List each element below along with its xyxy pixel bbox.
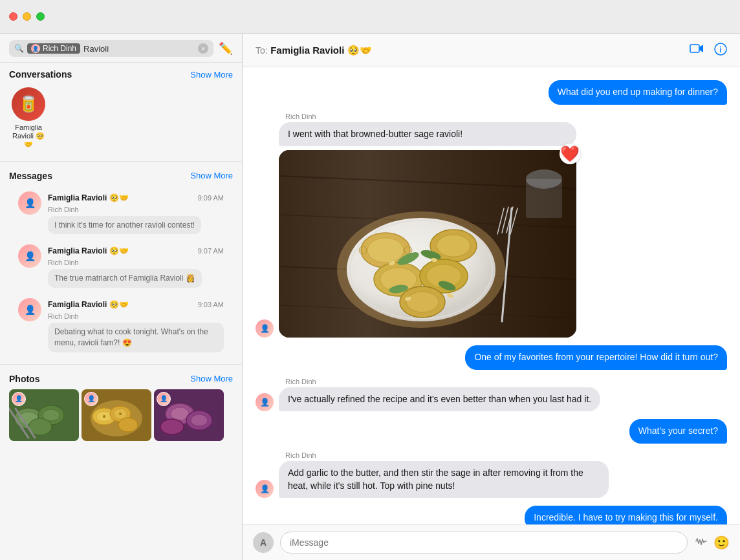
main-layout: 🔍 👤 Rich Dinh Ravioli × ✏️ Conversations… xyxy=(0,34,740,560)
bubble-content-7: Incredible. I have to try making this fo… xyxy=(525,506,727,524)
title-bar xyxy=(0,0,740,34)
reaction-heart: ❤️ xyxy=(560,144,580,164)
svg-point-44 xyxy=(437,235,470,257)
bubble-row-7: Incredible. I have to try making this fo… xyxy=(256,506,727,524)
search-text: Ravioli xyxy=(83,44,109,54)
message-item-2[interactable]: 👤 Famiglia Ravioli 🥺🤝 Rich Dinh 9:07 AM … xyxy=(9,239,233,293)
msg-from-group-2: Famiglia Ravioli 🥺🤝 Rich Dinh xyxy=(48,244,129,268)
emoji-icon[interactable]: 🙂 xyxy=(713,535,730,550)
msg-body-2: Famiglia Ravioli 🥺🤝 Rich Dinh 9:07 AM Th… xyxy=(48,244,224,288)
photo-avatar-overlay-2: 👤 xyxy=(84,392,98,406)
svg-point-14 xyxy=(118,418,138,432)
bubble-1: What did you end up making for dinner? xyxy=(549,80,727,105)
svg-rect-35 xyxy=(526,179,562,218)
bubble-content-1: What did you end up making for dinner? xyxy=(549,80,727,105)
bubble-content-4: Rich Dinh I've actually refined the reci… xyxy=(279,378,600,412)
bubble-3: One of my favorites from your repertoire… xyxy=(465,345,727,370)
msg-time-2: 9:07 AM xyxy=(198,247,224,255)
search-clear-button[interactable]: × xyxy=(198,43,208,54)
photos-show-more[interactable]: Show More xyxy=(190,374,233,383)
to-label: To: xyxy=(256,45,268,56)
bubble-row-6: 👤 Rich Dinh Add garlic to the butter, an… xyxy=(256,451,727,498)
compose-icon[interactable]: ✏️ xyxy=(219,41,233,56)
bubble-row-1: What did you end up making for dinner? xyxy=(256,80,727,105)
bubble-6: Add garlic to the butter, and then stir … xyxy=(279,461,609,498)
info-icon[interactable] xyxy=(714,43,727,58)
msg-from-3: Famiglia Ravioli 🥺🤝 xyxy=(48,300,129,309)
bubble-2: I went with that browned-butter sage rav… xyxy=(279,122,576,147)
conv-name-famiglia: FamigliaRavioli 🥺🤝 xyxy=(9,124,48,149)
photos-grid: 👤 xyxy=(9,389,233,441)
msg-time-3: 9:03 AM xyxy=(198,301,224,308)
msg-preview-2: The true matriarch of Famiglia Ravioli 👸 xyxy=(48,269,202,288)
svg-point-25 xyxy=(720,46,721,47)
chat-header-title-group: To: Famiglia Ravioli 🥺🤝 xyxy=(256,45,372,56)
conversations-section-title: Conversations xyxy=(9,69,72,80)
sidebar-header: 🔍 👤 Rich Dinh Ravioli × ✏️ xyxy=(0,34,242,63)
chat-title: Famiglia Ravioli 🥺🤝 xyxy=(270,45,371,56)
search-bar[interactable]: 🔍 👤 Rich Dinh Ravioli × xyxy=(9,40,213,57)
ravioli-image[interactable] xyxy=(279,150,576,338)
conversations-show-more[interactable]: Show More xyxy=(190,70,233,80)
message-input[interactable] xyxy=(280,532,688,554)
traffic-lights xyxy=(9,12,45,21)
bubble-avatar-2: 👤 xyxy=(256,319,274,338)
conversations-section: Conversations Show More 🥫 FamigliaRaviol… xyxy=(0,63,242,158)
search-icon: 🔍 xyxy=(14,44,24,53)
audio-icon[interactable] xyxy=(694,534,708,552)
svg-point-22 xyxy=(160,419,184,435)
minimize-button[interactable] xyxy=(23,12,31,21)
bubble-4: I've actually refined the recipe and it'… xyxy=(279,387,600,412)
msg-from-1: Famiglia Ravioli 🥺🤝 xyxy=(48,193,129,202)
msg-sender-3: Rich Dinh xyxy=(48,312,79,320)
chat-area: To: Famiglia Ravioli 🥺🤝 xyxy=(243,34,740,560)
message-item-1[interactable]: 👤 Famiglia Ravioli 🥺🤝 Rich Dinh 9:09 AM … xyxy=(9,186,233,240)
bubble-5: What's your secret? xyxy=(629,419,727,444)
photo-thumb-3[interactable]: 👤 xyxy=(154,389,224,441)
close-button[interactable] xyxy=(9,12,17,21)
apps-icon-label: A xyxy=(260,537,267,548)
photos-section: Photos Show More xyxy=(0,367,242,445)
search-tag-name: Rich Dinh xyxy=(43,44,76,53)
messages-section-title: Messages xyxy=(9,171,52,181)
video-icon[interactable] xyxy=(690,43,704,58)
bubble-avatar-4: 👤 xyxy=(256,393,274,411)
bubble-row-4: 👤 Rich Dinh I've actually refined the re… xyxy=(256,378,727,412)
bubble-sender-4: Rich Dinh xyxy=(285,378,600,385)
bubble-row-5: What's your secret? xyxy=(256,419,727,444)
msg-sender-1: Rich Dinh xyxy=(48,206,79,213)
maximize-button[interactable] xyxy=(36,12,45,21)
msg-avatar-2: 👤 xyxy=(18,244,41,268)
bubble-content-5: What's your secret? xyxy=(629,419,727,444)
photo-thumb-2[interactable]: 👤 xyxy=(82,389,151,441)
msg-header-3: Famiglia Ravioli 🥺🤝 Rich Dinh 9:03 AM xyxy=(48,298,224,321)
apps-icon[interactable]: A xyxy=(253,532,274,553)
conversation-item-famiglia[interactable]: 🥫 FamigliaRavioli 🥺🤝 xyxy=(9,87,48,149)
bubble-row-2: 👤 Rich Dinh I went with that browned-but… xyxy=(256,113,727,338)
conv-avatar-img: 🥫 xyxy=(12,87,45,121)
msg-from-2: Famiglia Ravioli 🥺🤝 xyxy=(48,246,129,255)
messages-show-more[interactable]: Show More xyxy=(190,171,233,180)
chat-header-icons xyxy=(690,43,727,58)
msg-avatar-1: 👤 xyxy=(18,191,41,215)
photos-section-title: Photos xyxy=(9,374,39,384)
msg-header-1: Famiglia Ravioli 🥺🤝 Rich Dinh 9:09 AM xyxy=(48,191,224,215)
sidebar-content: Conversations Show More 🥫 FamigliaRaviol… xyxy=(0,63,242,560)
bubble-sender-2: Rich Dinh xyxy=(285,113,576,120)
message-item-3[interactable]: 👤 Famiglia Ravioli 🥺🤝 Rich Dinh 9:03 AM … xyxy=(9,293,233,358)
bubble-7: Incredible. I have to try making this fo… xyxy=(525,506,727,524)
bubble-row-3: One of my favorites from your repertoire… xyxy=(256,345,727,370)
msg-from-group-3: Famiglia Ravioli 🥺🤝 Rich Dinh xyxy=(48,298,129,321)
bubble-sender-6: Rich Dinh xyxy=(285,451,609,459)
ravioli-svg xyxy=(279,150,576,338)
photo-avatar-overlay-3: 👤 xyxy=(157,392,171,406)
conversations-section-header: Conversations Show More xyxy=(9,69,233,80)
bubble-content-2: Rich Dinh I went with that browned-butte… xyxy=(279,113,576,338)
photo-avatar-overlay-1: 👤 xyxy=(12,392,26,406)
svg-point-50 xyxy=(406,292,439,312)
photo-thumb-1[interactable]: 👤 xyxy=(9,389,79,441)
divider-1 xyxy=(0,161,242,162)
msg-time-1: 9:09 AM xyxy=(198,194,224,202)
search-tag: 👤 Rich Dinh xyxy=(27,43,80,54)
msg-avatar-3: 👤 xyxy=(18,298,41,321)
